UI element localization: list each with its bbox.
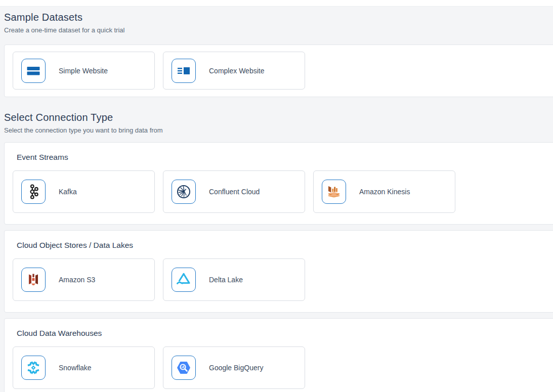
- google-bigquery-icon: [172, 356, 196, 380]
- confluent-cloud-icon: [172, 180, 196, 204]
- group-title: Event Streams: [17, 153, 553, 162]
- card-label: Complex Website: [209, 67, 264, 75]
- group-event-streams: Event Streams: [4, 142, 553, 225]
- card-label: Confluent Cloud: [209, 188, 260, 196]
- top-edge-strip: [0, 0, 553, 7]
- group-title: Cloud Data Warehouses: [17, 329, 553, 338]
- card-label: Simple Website: [59, 67, 108, 75]
- page-subtitle: Create a one-time dataset for a quick tr…: [4, 26, 553, 34]
- complex-website-icon: [172, 59, 196, 83]
- card-label: Snowflake: [59, 364, 92, 372]
- page-subtitle: Select the connection type you want to b…: [4, 126, 553, 134]
- card-snowflake[interactable]: Snowflake: [13, 346, 155, 389]
- delta-lake-icon: [172, 268, 196, 292]
- sample-datasets-header: Sample Datasets Create a one-time datase…: [4, 12, 553, 34]
- card-kafka[interactable]: Kafka: [13, 170, 155, 213]
- card-amazon-kinesis[interactable]: Amazon Kinesis: [313, 170, 455, 213]
- amazon-s3-icon: [21, 268, 46, 292]
- card-delta-lake[interactable]: Delta Lake: [163, 258, 305, 301]
- card-confluent-cloud[interactable]: Confluent Cloud: [163, 170, 305, 213]
- card-simple-website[interactable]: Simple Website: [13, 52, 155, 90]
- card-label: Amazon Kinesis: [359, 188, 410, 196]
- group-cards-row: Snowflake Google BigQuery: [13, 346, 553, 389]
- amazon-kinesis-icon: [322, 180, 346, 204]
- sample-datasets-panel: Simple Website Complex Website: [4, 45, 553, 97]
- card-label: Amazon S3: [59, 276, 95, 284]
- snowflake-icon: [21, 356, 46, 380]
- group-cloud-object-stores: Cloud Object Stores / Data Lakes Amazon …: [4, 230, 553, 313]
- page-title: Sample Datasets: [4, 12, 553, 23]
- kafka-icon: [21, 180, 46, 204]
- card-complex-website[interactable]: Complex Website: [163, 52, 305, 90]
- group-title: Cloud Object Stores / Data Lakes: [17, 241, 553, 250]
- card-google-bigquery[interactable]: Google BigQuery: [163, 346, 305, 389]
- group-cards-row: Amazon S3 Delta Lake: [13, 258, 553, 301]
- sample-cards-row: Simple Website Complex Website: [13, 52, 553, 90]
- connection-type-header: Select Connection Type Select the connec…: [4, 112, 553, 134]
- simple-website-icon: [21, 59, 46, 83]
- group-cards-row: Kafka: [13, 170, 553, 213]
- card-label: Kafka: [59, 188, 77, 196]
- group-cloud-data-warehouses: Cloud Data Warehouses Snowflake: [4, 318, 553, 392]
- card-amazon-s3[interactable]: Amazon S3: [13, 258, 155, 301]
- page-title: Select Connection Type: [4, 112, 553, 123]
- card-label: Delta Lake: [209, 276, 243, 284]
- card-label: Google BigQuery: [209, 364, 263, 372]
